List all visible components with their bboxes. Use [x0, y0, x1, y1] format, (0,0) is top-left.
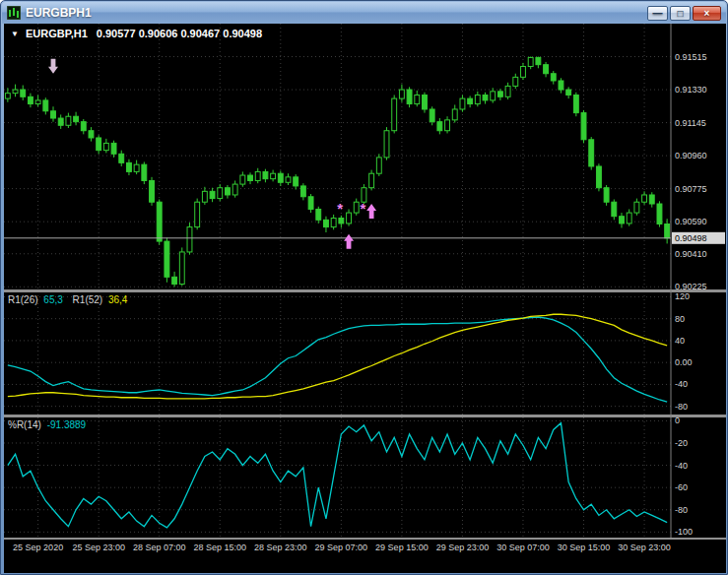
close-button[interactable]: × — [693, 6, 721, 21]
svg-text:0.91145: 0.91145 — [675, 118, 706, 128]
svg-text:28 Sep 23:00: 28 Sep 23:00 — [254, 543, 307, 552]
svg-text:-80: -80 — [675, 505, 688, 515]
restore-button[interactable]: □ — [670, 6, 691, 21]
svg-text:28 Sep 15:00: 28 Sep 15:00 — [193, 543, 246, 552]
svg-text:25 Sep 2020: 25 Sep 2020 — [13, 543, 63, 552]
chart-canvas[interactable]: 0.915150.913300.911450.909600.907750.905… — [4, 24, 726, 573]
svg-text:-40: -40 — [675, 379, 688, 389]
svg-text:0.90775: 0.90775 — [675, 184, 707, 194]
svg-text:0.91330: 0.91330 — [675, 85, 707, 95]
svg-text:-60: -60 — [675, 482, 688, 492]
svg-text:29 Sep 07:00: 29 Sep 07:00 — [315, 543, 368, 552]
svg-text:0.90410: 0.90410 — [675, 249, 707, 259]
svg-text:0.00: 0.00 — [675, 357, 693, 367]
minimize-button[interactable]: — — [647, 6, 668, 21]
window-title: EURGBPH1 — [26, 6, 92, 20]
svg-text:-100: -100 — [675, 527, 693, 537]
svg-text:-40: -40 — [675, 461, 688, 471]
svg-text:40: 40 — [675, 336, 685, 346]
svg-text:29 Sep 23:00: 29 Sep 23:00 — [436, 543, 490, 552]
one-click-trading-toggle[interactable]: ▼ — [11, 30, 19, 38]
window-controls: — □ × — [647, 6, 721, 21]
svg-text:30 Sep 07:00: 30 Sep 07:00 — [496, 543, 550, 552]
chart-area[interactable]: 0.915150.913300.911450.909600.907750.905… — [4, 24, 726, 573]
svg-text:-80: -80 — [675, 402, 688, 412]
svg-text:80: 80 — [675, 314, 685, 324]
candlestick-chart-icon — [7, 6, 21, 20]
svg-text:0.91515: 0.91515 — [675, 52, 707, 62]
svg-text:*: * — [337, 200, 343, 217]
svg-text:-20: -20 — [675, 438, 688, 448]
svg-text:29 Sep 15:00: 29 Sep 15:00 — [375, 543, 429, 552]
svg-text:*: * — [360, 200, 365, 217]
svg-text:0.90498: 0.90498 — [675, 233, 707, 243]
svg-text:30 Sep 15:00: 30 Sep 15:00 — [558, 543, 611, 552]
svg-text:0.90960: 0.90960 — [675, 151, 707, 160]
svg-text:0.90590: 0.90590 — [675, 217, 707, 226]
titlebar[interactable]: EURGBPH1 — □ × — [2, 2, 726, 24]
svg-text:120: 120 — [675, 291, 690, 301]
svg-text:30 Sep 23:00: 30 Sep 23:00 — [618, 543, 671, 552]
svg-text:25 Sep 23:00: 25 Sep 23:00 — [72, 543, 125, 552]
chart-window: EURGBPH1 — □ × 0.915150.913300.911450.90… — [0, 0, 728, 575]
svg-text:28 Sep 07:00: 28 Sep 07:00 — [133, 543, 186, 552]
